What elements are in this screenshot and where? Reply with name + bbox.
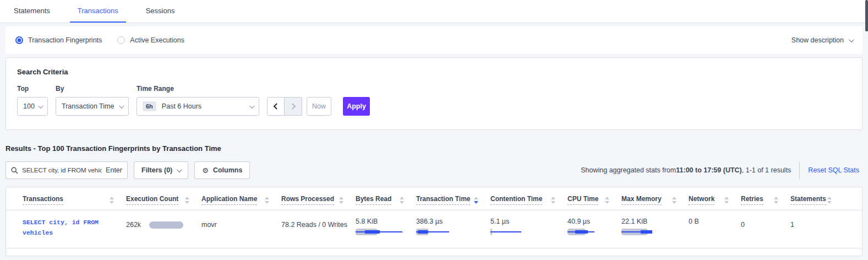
by-field: By Transaction Time <box>56 85 129 116</box>
column-header-transaction-time[interactable]: Transaction Time <box>416 195 490 205</box>
table-cell-bytes-read: 5.8 KiB <box>356 218 416 235</box>
by-select-value: Transaction Time <box>62 102 114 110</box>
search-criteria-panel: Search Criteria Top 100 By Transaction T… <box>6 57 862 130</box>
column-header-network[interactable]: Network <box>689 195 741 205</box>
sort-control[interactable] <box>108 196 115 205</box>
top-select-value: 100 <box>23 102 35 110</box>
table-cell-contention-time: 5.1 µs <box>490 218 567 235</box>
filters-label: Filters (0) <box>141 166 172 174</box>
tab-statements[interactable]: Statements <box>6 0 58 23</box>
columns-label: Columns <box>213 166 242 174</box>
show-description-label: Show description <box>791 36 844 44</box>
table-row: SELECT city, id FROM vehicles 262k movr … <box>6 210 862 248</box>
time-range-label: Time Range <box>137 85 259 93</box>
cpu-time-bar <box>567 229 616 235</box>
chevron-right-icon <box>289 103 295 109</box>
column-header-transactions[interactable]: Transactions <box>23 195 126 205</box>
chevron-left-icon <box>274 103 280 109</box>
now-button[interactable]: Now <box>307 97 331 116</box>
radio-unselected-icon <box>117 36 125 44</box>
sort-control[interactable] <box>604 196 610 205</box>
time-nav-group <box>267 97 302 116</box>
by-select[interactable]: Transaction Time <box>56 97 129 116</box>
sort-control-active[interactable] <box>473 196 479 205</box>
search-enter-hint[interactable]: Enter <box>106 166 122 174</box>
chevron-down-icon <box>849 37 854 42</box>
show-description-toggle[interactable]: Show description <box>791 36 853 44</box>
top-select[interactable]: 100 <box>17 97 48 116</box>
top-field: Top 100 <box>17 85 48 116</box>
column-header-retries[interactable]: Retries <box>741 195 790 205</box>
bytes-read-bar <box>356 229 404 235</box>
by-label: By <box>56 85 129 93</box>
transactions-table: Transactions Execution Count Application… <box>6 187 862 256</box>
column-header-contention-time[interactable]: Contention Time <box>490 195 567 205</box>
column-header-application-name[interactable]: Application Name <box>201 195 281 205</box>
table-cell-statements: 1 <box>790 218 841 229</box>
reset-sql-stats-link[interactable]: Reset SQL Stats <box>808 166 859 174</box>
sort-control[interactable] <box>723 196 730 205</box>
sort-control[interactable] <box>338 196 345 205</box>
table-cell-cpu-time: 40.9 µs <box>567 218 621 235</box>
radio-active-executions[interactable]: Active Executions <box>117 36 184 44</box>
aggregated-stats-text: Showing aggregated stats from 11:00 to 1… <box>581 166 791 174</box>
sort-control[interactable] <box>550 196 556 205</box>
table-cell-application-name: movr <box>201 218 281 229</box>
chevron-down-icon <box>38 103 43 109</box>
view-mode-bar: Transaction Fingerprints Active Executio… <box>6 26 862 54</box>
time-range-badge: 6h <box>143 101 156 111</box>
divider <box>799 161 800 179</box>
max-memory-bar <box>621 229 670 235</box>
table-cell-execution-count: 262k <box>126 218 201 229</box>
time-prev-button[interactable] <box>267 97 285 116</box>
sort-control[interactable] <box>826 196 833 205</box>
contention-time-bar <box>490 229 539 235</box>
vertical-scrollbar[interactable] <box>865 0 868 260</box>
gear-icon: ⚙ <box>202 167 209 174</box>
table-cell-retries: 0 <box>741 218 790 229</box>
apply-button[interactable]: Apply <box>343 97 370 116</box>
table-cell-max-memory: 22.1 KiB <box>621 218 689 235</box>
sort-control[interactable] <box>184 196 190 205</box>
results-toolbar: Enter Filters (0) ⚙ Columns Showing aggr… <box>6 161 862 179</box>
chevron-down-icon <box>119 103 124 109</box>
time-next-button[interactable] <box>285 97 302 116</box>
transaction-time-bar <box>416 229 465 235</box>
column-header-cpu-time[interactable]: CPU Time <box>567 195 621 205</box>
filters-button[interactable]: Filters (0) <box>134 161 188 179</box>
column-header-max-memory[interactable]: Max Memory <box>621 195 689 205</box>
time-range-select[interactable]: 6h Past 6 Hours <box>137 97 259 116</box>
results-heading: Results - Top 100 Transaction Fingerprin… <box>6 144 862 153</box>
table-cell-network: 0 B <box>689 218 741 225</box>
time-range-field: Time Range 6h Past 6 Hours <box>137 85 259 116</box>
chevron-down-icon <box>249 103 255 109</box>
table-cell-rows-processed: 78.2 Reads / 0 Writes <box>281 218 356 229</box>
search-input[interactable] <box>22 167 102 174</box>
columns-button[interactable]: ⚙ Columns <box>194 161 250 179</box>
radio-transaction-fingerprints[interactable]: Transaction Fingerprints <box>15 36 102 44</box>
radio-label: Active Executions <box>130 36 184 44</box>
tab-bar: Statements Transactions Sessions <box>0 0 868 23</box>
search-criteria-title: Search Criteria <box>17 68 851 76</box>
sort-control[interactable] <box>671 196 678 205</box>
sort-control[interactable] <box>264 196 270 205</box>
table-cell-transactions: SELECT city, id FROM vehicles <box>23 218 126 239</box>
radio-label: Transaction Fingerprints <box>28 36 102 44</box>
transaction-fingerprint-link[interactable]: SELECT city, id FROM vehicles <box>23 219 99 236</box>
search-icon <box>11 167 18 174</box>
column-header-rows-processed[interactable]: Rows Processed <box>281 195 356 205</box>
tab-transactions[interactable]: Transactions <box>70 0 126 23</box>
sort-control[interactable] <box>773 196 779 205</box>
column-header-statements[interactable]: Statements <box>790 195 841 205</box>
scrollbar-thumb[interactable] <box>865 0 868 31</box>
table-cell-transaction-time: 386.3 µs <box>416 218 490 235</box>
time-range-value: Past 6 Hours <box>162 102 201 110</box>
chevron-down-icon <box>177 167 182 172</box>
column-header-bytes-read[interactable]: Bytes Read <box>356 195 416 205</box>
table-header-row: Transactions Execution Count Application… <box>6 187 862 210</box>
search-box[interactable]: Enter <box>6 161 128 179</box>
sort-control[interactable] <box>398 196 405 205</box>
top-label: Top <box>17 85 48 93</box>
tab-sessions[interactable]: Sessions <box>138 0 183 23</box>
column-header-execution-count[interactable]: Execution Count <box>126 195 201 205</box>
